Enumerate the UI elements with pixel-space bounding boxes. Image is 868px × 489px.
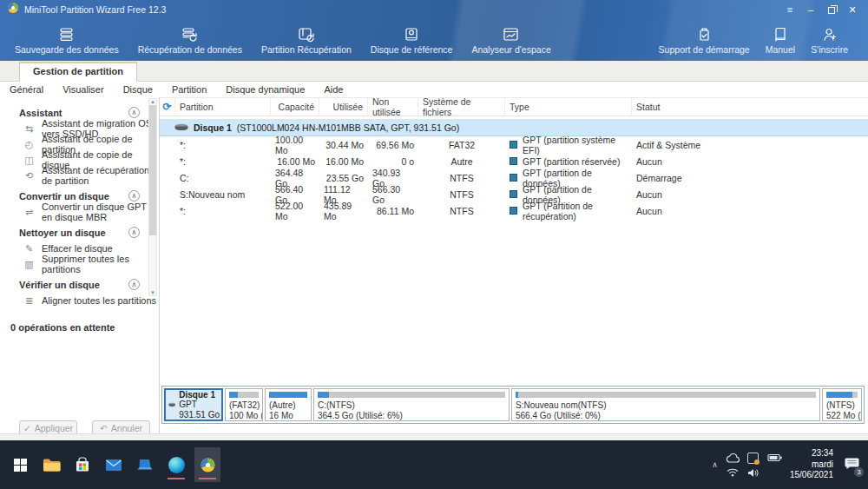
tray-expand-icon[interactable]: ∧: [712, 460, 718, 469]
disk-map-block-s[interactable]: S:Nouveau nom(NTFS) 566.4 Go (Utilisé: 0…: [511, 388, 820, 421]
action-center-button[interactable]: 3: [845, 457, 859, 473]
align-partitions-icon: ≣: [23, 295, 35, 307]
partition-table: ⟳ Partition Capacité Utilisée Non utilis…: [160, 97, 868, 440]
disk-map-disk-cell[interactable]: Disque 1 GPT 931.51 Go: [164, 388, 223, 421]
microsoft-store-icon: [75, 457, 90, 472]
toolbar-button-data-recovery[interactable]: Récupération de données: [128, 23, 252, 56]
toolbar-button-partition-recovery[interactable]: Partition Récupération: [252, 23, 361, 56]
minitool-taskbar-button[interactable]: [194, 447, 220, 482]
menu-disque-dynamique[interactable]: Disque dynamique: [216, 84, 314, 95]
hard-disk-icon: [174, 123, 188, 131]
toolbar-button-space-analyzer[interactable]: Analyseur d'espace: [462, 23, 560, 56]
minitool-window: MiniTool Partition Wizard Free 12.3 ≡ – …: [0, 0, 868, 440]
status-strip: [0, 433, 868, 440]
menu-disque[interactable]: Disque: [114, 84, 162, 95]
scroll-down-icon[interactable]: ▼: [150, 290, 155, 295]
toolbar-label: S'inscrire: [811, 44, 848, 55]
minimize-button[interactable]: –: [800, 1, 821, 18]
collapse-icon[interactable]: ∧: [128, 279, 140, 290]
menu-general[interactable]: Général: [0, 84, 53, 95]
mail-button[interactable]: [101, 447, 127, 482]
sidebar-item-delete-all-partitions[interactable]: ▥ Supprimer toutes les partitions: [0, 256, 159, 272]
menu-partition[interactable]: Partition: [162, 84, 216, 95]
toolbar-button-register[interactable]: S'inscrire: [803, 23, 856, 56]
menu-bar: Général Visualiser Disque Partition Disq…: [0, 82, 868, 97]
notification-count-badge: 3: [854, 467, 864, 477]
toolbar-label: Analyseur d'espace: [471, 44, 550, 55]
disk-map-block-c[interactable]: C:(NTFS) 364.5 Go (Utilisé: 6%): [313, 388, 510, 421]
usage-bar: [516, 392, 816, 398]
restore-button[interactable]: [821, 1, 842, 18]
cell-used: 23.55 Go: [319, 173, 368, 183]
cell-filesystem: NTFS: [418, 189, 505, 200]
microsoft-store-button[interactable]: [69, 447, 95, 482]
collapse-icon[interactable]: ∧: [128, 107, 140, 118]
cell-used: 435.89 Mo: [319, 201, 368, 221]
clock-day: mardi: [812, 459, 833, 469]
cell-type: GPT (partition réservée): [523, 156, 620, 167]
wifi-icon[interactable]: [727, 468, 739, 477]
section-nettoyer[interactable]: Nettoyer un disque ∧: [0, 224, 159, 241]
edge-button[interactable]: [163, 447, 189, 482]
close-button[interactable]: ✕: [842, 1, 863, 18]
start-button[interactable]: [7, 447, 33, 482]
taskbar-clock[interactable]: 23:34 mardi 15/06/2021: [790, 448, 833, 481]
data-backup-icon: [57, 24, 76, 43]
sidebar-item-convert-gpt-mbr[interactable]: ⇌ Convertir un disque GPT en disque MBR: [0, 204, 159, 220]
refresh-icon: ⟳: [162, 101, 171, 113]
collapse-icon[interactable]: ∧: [128, 190, 140, 202]
section-verifier[interactable]: Vérifier un disque ∧: [0, 276, 159, 293]
disk-map-block-autre[interactable]: (Autre) 16 Mo: [265, 388, 312, 421]
menu-visualiser[interactable]: Visualiser: [53, 84, 114, 95]
toolbar-button-data-backup[interactable]: Sauvegarde des données: [5, 23, 128, 56]
column-capacite: Capacité: [271, 98, 319, 116]
main-body: Assistant ∧ ⇆ Assistant de migration OS …: [0, 97, 868, 440]
sidebar-scrollbar[interactable]: ▲ ▼: [148, 98, 157, 296]
sidebar-item-partition-recovery[interactable]: ⟲ Assistant de récupération de partition: [0, 168, 159, 183]
menu-aide[interactable]: Aide: [314, 84, 352, 95]
toolbar-button-manual[interactable]: Manuel: [758, 23, 803, 56]
toolbar-label: Disque de référence: [371, 44, 453, 55]
app-logo-icon: [7, 2, 19, 17]
file-explorer-button[interactable]: [38, 447, 64, 482]
toolbar-label: Manuel: [766, 44, 795, 55]
scrollbar-thumb[interactable]: [149, 105, 156, 235]
data-recovery-icon: [181, 24, 200, 43]
tray-app-notification-icon[interactable]: [747, 453, 759, 464]
action-panel: Assistant ∧ ⇆ Assistant de migration OS …: [0, 97, 160, 440]
window-menu-button[interactable]: ≡: [779, 1, 800, 18]
undo-label: Annuler: [111, 423, 142, 433]
section-title: Assistant: [19, 108, 62, 118]
scroll-up-icon[interactable]: ▲: [150, 99, 155, 104]
section-convertir[interactable]: Convertir un disque ∧: [0, 188, 159, 204]
battery-icon[interactable]: [767, 453, 782, 462]
sidebar-item-label: Convertir un disque GPT en disque MBR: [42, 202, 159, 222]
toolbar-button-bootable-media[interactable]: Support de démarrage: [651, 23, 758, 56]
partition-type-icon: [510, 190, 517, 198]
cell-status: Actif & Système: [632, 140, 868, 150]
hard-disk-3d-icon: [168, 400, 175, 410]
sidebar-item-align-partitions[interactable]: ≣ Aligner toutes les partitions: [0, 293, 159, 308]
refresh-button[interactable]: ⟳: [160, 98, 175, 116]
tab-gestion-de-partition[interactable]: Gestion de partition: [19, 62, 137, 82]
cell-partition: *:: [175, 140, 271, 150]
map-disk-size: 931.51 Go: [179, 410, 220, 420]
taskbar-apps: [0, 447, 220, 482]
toolbar-button-disk-benchmark[interactable]: Disque de référence: [361, 23, 463, 56]
partition-row-recovery[interactable]: *: 522.00 Mo 435.89 Mo 86.11 Mo NTFS GPT…: [160, 202, 868, 219]
disk-map-block-recovery[interactable]: (NTFS) 522 Mo (Utili:: [822, 388, 862, 421]
cell-unused: 86.11 Mo: [368, 206, 418, 216]
migrate-os-icon: ⇆: [23, 123, 35, 135]
pc-app-button[interactable]: [132, 447, 158, 482]
block-label: (FAT32): [229, 400, 259, 411]
desktop-screen: MiniTool Partition Wizard Free 12.3 ≡ – …: [0, 0, 868, 489]
partition-type-icon: [510, 174, 517, 182]
section-assistant[interactable]: Assistant ∧: [0, 104, 159, 121]
disk-map-block-fat32[interactable]: (FAT32) 100 Mo (Utili:: [225, 388, 263, 421]
onedrive-cloud-icon[interactable]: [726, 453, 740, 463]
block-label: C:(NTFS): [318, 400, 505, 411]
collapse-icon[interactable]: ∧: [128, 227, 140, 238]
volume-icon[interactable]: [747, 468, 760, 478]
disk-map: Disque 1 GPT 931.51 Go (FAT32) 100 Mo (U…: [161, 386, 865, 424]
partition-row-efi[interactable]: *: 100.00 Mo 30.44 Mo 69.56 Mo FAT32 GPT…: [160, 136, 868, 153]
